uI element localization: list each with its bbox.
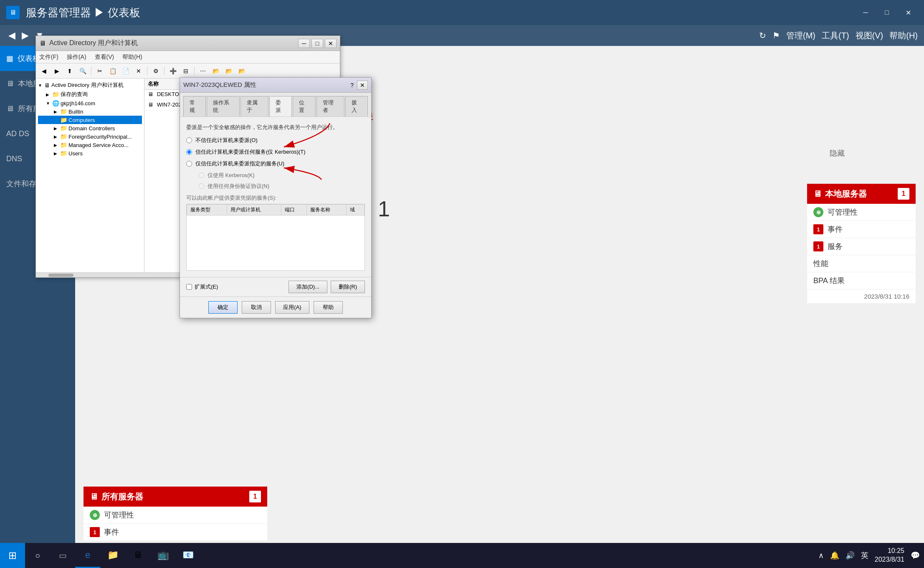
local-icon: 🖥: [6, 79, 14, 88]
ad-close-button[interactable]: ✕: [325, 39, 337, 48]
sm-minimize-button[interactable]: ─: [856, 6, 875, 19]
start-button[interactable]: ⊞: [0, 543, 25, 568]
bpa-item[interactable]: BPA 结果: [807, 272, 916, 289]
radio-specific-input[interactable]: [186, 161, 192, 167]
radio-any-kerberos[interactable]: 信任此计算机来委派任何服务(仅 Kerberos)(T): [186, 148, 365, 156]
radio-none-input[interactable]: [186, 137, 192, 143]
ad-paste-tool[interactable]: 📄: [120, 66, 132, 76]
ad-new-tool[interactable]: ➕: [167, 66, 179, 76]
events-item[interactable]: 1 事件: [807, 221, 916, 238]
sm-tools-menu[interactable]: 工具(T): [822, 30, 849, 41]
taskbar-server-app[interactable]: 🖥: [125, 543, 150, 568]
ad-scrollbar-thumb[interactable]: [48, 274, 73, 277]
task-view-button[interactable]: ▭: [50, 543, 75, 568]
ad-properties-tool[interactable]: ⚙: [150, 66, 162, 76]
add-button[interactable]: 添加(D)...: [289, 281, 327, 293]
sm-refresh-icon[interactable]: ↻: [759, 30, 766, 41]
expand-checkbox-input[interactable]: [186, 284, 192, 290]
ad-minimize-button[interactable]: ─: [298, 39, 310, 48]
apply-button[interactable]: 应用(A): [275, 301, 309, 314]
col-domain[interactable]: 域: [347, 204, 365, 215]
cancel-button[interactable]: 取消: [242, 301, 271, 314]
manageability-item[interactable]: ⊕ 可管理性: [807, 204, 916, 221]
ad-help-menu[interactable]: 帮助(H): [122, 53, 142, 61]
ad-forward-tool[interactable]: ▶: [51, 66, 63, 76]
ad-search-tool[interactable]: 🔍: [77, 66, 89, 76]
tab-location[interactable]: 位置: [293, 96, 315, 117]
ad-action-menu[interactable]: 操作(A): [67, 53, 86, 61]
sm-view-menu[interactable]: 视图(V): [856, 30, 883, 41]
desktop-icon: 🖥: [148, 91, 153, 97]
props-expand-checkbox[interactable]: 扩展式(E): [186, 283, 218, 291]
props-close-button[interactable]: ✕: [357, 81, 368, 90]
ad-tree-root[interactable]: ▼ 🖥 Active Directory 用户和计算机: [38, 81, 142, 90]
tray-network-icon[interactable]: 🔔: [830, 551, 839, 560]
col-user-computer[interactable]: 用户或计算机: [227, 204, 281, 215]
taskbar-clock[interactable]: 10:25 2023/8/31: [875, 547, 904, 564]
ad-file-menu[interactable]: 文件(F): [39, 53, 58, 61]
ad-back-tool[interactable]: ◀: [38, 66, 50, 76]
sm-back-button[interactable]: ◀: [6, 28, 18, 43]
search-button[interactable]: ○: [25, 543, 50, 568]
taskbar-app5[interactable]: 📧: [175, 543, 200, 568]
ie-icon: e: [85, 550, 90, 560]
radio-any-kerberos-input[interactable]: [186, 149, 192, 155]
ad-tree-users[interactable]: ▶ 📁 Users: [38, 149, 142, 157]
ad-tree-computers[interactable]: 📁 Computers: [38, 116, 142, 124]
sm-forward-button[interactable]: ▶: [20, 28, 31, 43]
ad-extra-tool[interactable]: 📂: [210, 66, 222, 76]
taskbar-ie-app[interactable]: e: [75, 543, 100, 568]
tab-general[interactable]: 常规: [183, 96, 206, 117]
taskbar-app4[interactable]: 📺: [150, 543, 175, 568]
ad-cut-tool[interactable]: ✂: [94, 66, 106, 76]
ad-tree-builtin[interactable]: ▶ 📁 Builtin: [38, 107, 142, 116]
ad-window-buttons: ─ □ ✕: [298, 39, 337, 48]
props-help-icon[interactable]: ?: [347, 82, 357, 89]
col-service-name[interactable]: 服务名称: [306, 204, 347, 215]
tray-volume-icon[interactable]: 🔊: [846, 551, 855, 560]
ad-tree-fsp[interactable]: ▶ 📁 ForeignSecurityPrincipal...: [38, 132, 142, 141]
all-servers-icon: 🖥: [90, 492, 98, 502]
ad-tree-dc[interactable]: ▶ 📁 Domain Controllers: [38, 124, 142, 132]
ad-up-tool[interactable]: ⬆: [64, 66, 76, 76]
services-item[interactable]: 1 服务: [807, 238, 916, 255]
ad-copy-tool[interactable]: 📋: [107, 66, 119, 76]
sm-maximize-button[interactable]: □: [877, 6, 896, 19]
ad-filter-tool[interactable]: ⊟: [180, 66, 192, 76]
ad-tree-saved-queries[interactable]: ▶ 📁 保存的查询: [38, 90, 142, 99]
ad-delete-tool[interactable]: ✕: [133, 66, 144, 76]
tab-manager[interactable]: 管理者: [316, 96, 344, 117]
notification-icon[interactable]: 💬: [911, 551, 920, 560]
card-header-left: 🖥 本地服务器: [813, 188, 867, 200]
sm-manage-menu[interactable]: 管理(M): [786, 30, 815, 41]
radio-specific[interactable]: 仅信任此计算机来委派指定的服务(U): [186, 160, 365, 167]
taskbar-explorer-app[interactable]: 📁: [100, 543, 125, 568]
ad-view-menu[interactable]: 查看(V): [95, 53, 114, 61]
ok-button[interactable]: 确定: [208, 301, 238, 314]
ad-tree-msa[interactable]: ▶ 📁 Managed Service Acco...: [38, 141, 142, 149]
fsp-icon: 📁: [60, 133, 67, 140]
col-service-type[interactable]: 服务类型: [187, 204, 227, 215]
ad-restore-button[interactable]: □: [311, 39, 323, 48]
tab-delegation[interactable]: 委派: [269, 96, 292, 117]
col-port[interactable]: 端口: [281, 204, 306, 215]
help-button[interactable]: 帮助: [314, 301, 343, 314]
all-events-item[interactable]: 1 事件: [84, 524, 267, 541]
all-manageability-item[interactable]: ⊕ 可管理性: [84, 507, 267, 524]
tab-os[interactable]: 操作系统: [207, 96, 240, 117]
all-servers-body: ⊕ 可管理性 1 事件: [84, 507, 267, 541]
ad-extra3-tool[interactable]: 📂: [236, 66, 248, 76]
tray-arrow-icon[interactable]: ∧: [818, 551, 824, 560]
ad-more-tool[interactable]: ⋯: [197, 66, 209, 76]
tab-member-of[interactable]: 隶属于: [240, 96, 268, 117]
radio-none[interactable]: 不信任此计算机来委派(O): [186, 137, 365, 144]
msa-arrow: ▶: [54, 143, 59, 147]
performance-item[interactable]: 性能: [807, 255, 916, 272]
sm-close-button[interactable]: ✕: [899, 6, 918, 19]
ad-tree-domain[interactable]: ▼ 🌐 gkjzjh146.com: [38, 99, 142, 107]
sm-help-menu[interactable]: 帮助(H): [889, 30, 918, 41]
tab-dial-in[interactable]: 拨入: [345, 96, 368, 117]
remove-button[interactable]: 删除(R): [331, 281, 365, 293]
tray-lang-indicator[interactable]: 英: [861, 550, 868, 560]
ad-extra2-tool[interactable]: 📂: [223, 66, 235, 76]
